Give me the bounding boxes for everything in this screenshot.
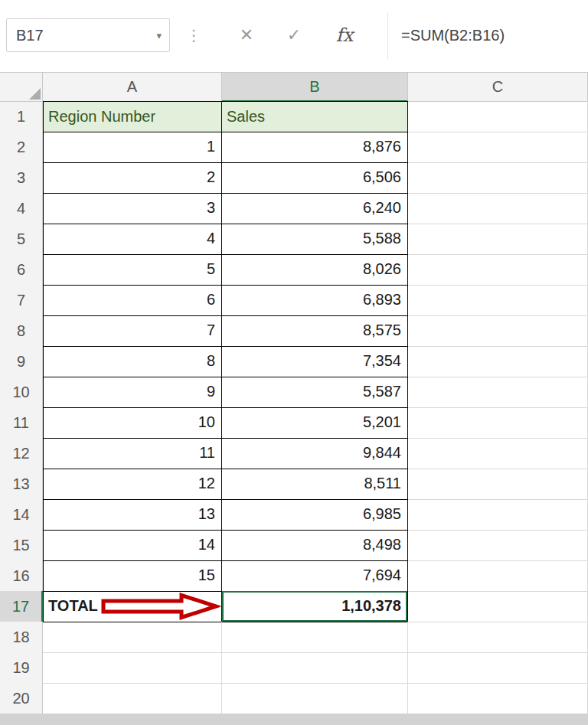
cell-C7[interactable] bbox=[408, 285, 588, 316]
cell-C8[interactable] bbox=[408, 315, 588, 347]
cell-C3[interactable] bbox=[408, 162, 588, 194]
row-header-8[interactable]: 8 bbox=[0, 315, 43, 347]
cell-C2[interactable] bbox=[408, 132, 588, 163]
row-header-14[interactable]: 14 bbox=[0, 499, 43, 531]
row-header-10[interactable]: 10 bbox=[0, 377, 43, 408]
cell-B3[interactable]: 6,506 bbox=[222, 162, 408, 194]
cell-A18[interactable] bbox=[43, 622, 222, 653]
row-header-15[interactable]: 15 bbox=[0, 530, 43, 561]
cell-A12[interactable]: 11 bbox=[43, 438, 222, 469]
cancel-icon[interactable]: ✕ bbox=[230, 18, 263, 52]
cell-A7[interactable]: 6 bbox=[43, 285, 222, 316]
cell-C5[interactable] bbox=[408, 224, 588, 255]
cell-C18[interactable] bbox=[408, 622, 588, 653]
cell-B5[interactable]: 5,588 bbox=[222, 224, 408, 255]
cell-A9[interactable]: 8 bbox=[43, 346, 222, 377]
row-header-11[interactable]: 11 bbox=[0, 407, 43, 439]
cell-A6[interactable]: 5 bbox=[43, 254, 222, 286]
row-header-7[interactable]: 7 bbox=[0, 285, 43, 316]
row-header-9[interactable]: 9 bbox=[0, 346, 43, 377]
cell-B19[interactable] bbox=[222, 652, 408, 684]
cell-C12[interactable] bbox=[408, 438, 588, 469]
row-15: 15148,498 bbox=[0, 530, 588, 560]
row-header-5[interactable]: 5 bbox=[0, 224, 43, 255]
cell-C4[interactable] bbox=[408, 193, 588, 224]
row-header-16[interactable]: 16 bbox=[0, 560, 43, 592]
cell-A5[interactable]: 4 bbox=[43, 224, 222, 255]
cell-C11[interactable] bbox=[408, 407, 588, 439]
row-header-1[interactable]: 1 bbox=[0, 101, 43, 132]
cell-A1[interactable]: Region Number bbox=[43, 101, 222, 132]
cell-A2[interactable]: 1 bbox=[43, 132, 222, 163]
cell-B18[interactable] bbox=[222, 622, 408, 653]
cell-C15[interactable] bbox=[408, 530, 588, 561]
cell-B11[interactable]: 5,201 bbox=[222, 407, 408, 439]
row-header-3[interactable]: 3 bbox=[0, 162, 43, 194]
cell-B16[interactable]: 7,694 bbox=[222, 560, 408, 592]
cell-A14[interactable]: 13 bbox=[43, 499, 222, 531]
row-19: 19 bbox=[0, 652, 588, 683]
cell-C14[interactable] bbox=[408, 499, 588, 531]
cell-C20[interactable] bbox=[408, 683, 588, 714]
row-header-17[interactable]: 17 bbox=[0, 591, 43, 622]
cell-C6[interactable] bbox=[408, 254, 588, 286]
cell-C13[interactable] bbox=[408, 469, 588, 500]
cell-A4[interactable]: 3 bbox=[43, 193, 222, 224]
cell-A16[interactable]: 15 bbox=[43, 560, 222, 592]
cell-B8[interactable]: 8,575 bbox=[222, 315, 408, 347]
cell-B2[interactable]: 8,876 bbox=[222, 132, 408, 163]
name-box-dropdown-icon[interactable]: ▾ bbox=[156, 30, 169, 41]
row-header-13[interactable]: 13 bbox=[0, 469, 43, 500]
enter-icon[interactable]: ✓ bbox=[277, 18, 311, 52]
cell-C17[interactable] bbox=[408, 591, 588, 622]
row-header-12[interactable]: 12 bbox=[0, 438, 43, 469]
cell-B12[interactable]: 9,844 bbox=[222, 438, 408, 469]
cell-B4[interactable]: 6,240 bbox=[222, 193, 408, 224]
column-header-B[interactable]: B bbox=[222, 72, 408, 102]
row-header-6[interactable]: 6 bbox=[0, 254, 43, 286]
formula-bar-separator bbox=[387, 12, 388, 60]
row-5: 545,588 bbox=[0, 224, 588, 254]
cell-B9[interactable]: 7,354 bbox=[222, 346, 408, 377]
insert-function-icon[interactable]: fx bbox=[328, 18, 361, 52]
row-header-2[interactable]: 2 bbox=[0, 132, 43, 163]
sheet-bottom-edge bbox=[0, 714, 588, 725]
row-header-19[interactable]: 19 bbox=[0, 652, 43, 684]
sheet-grid: ABC1Region NumberSales218,876326,506436,… bbox=[0, 72, 588, 714]
cell-A3[interactable]: 2 bbox=[43, 162, 222, 194]
red-arrow-shape[interactable] bbox=[100, 593, 220, 620]
cell-A8[interactable]: 7 bbox=[43, 315, 222, 347]
cell-B1[interactable]: Sales bbox=[222, 101, 408, 132]
name-box[interactable]: B17 ▾ bbox=[6, 18, 170, 52]
cell-C1[interactable] bbox=[408, 101, 588, 132]
cell-C9[interactable] bbox=[408, 346, 588, 377]
cell-B13[interactable]: 8,511 bbox=[222, 469, 408, 500]
row-9: 987,354 bbox=[0, 346, 588, 377]
cell-B17[interactable]: 1,10,378 bbox=[222, 591, 408, 622]
formula-bar-drag-handle-icon[interactable]: ⋮ bbox=[186, 18, 201, 52]
cell-A11[interactable]: 10 bbox=[43, 407, 222, 439]
row-18: 18 bbox=[0, 622, 588, 652]
cell-A15[interactable]: 14 bbox=[43, 530, 222, 561]
row-header-4[interactable]: 4 bbox=[0, 193, 43, 224]
cell-B15[interactable]: 8,498 bbox=[222, 530, 408, 561]
cell-C16[interactable] bbox=[408, 560, 588, 592]
cell-C10[interactable] bbox=[408, 377, 588, 408]
cell-B14[interactable]: 6,985 bbox=[222, 499, 408, 531]
cell-A13[interactable]: 12 bbox=[43, 469, 222, 500]
cell-A10[interactable]: 9 bbox=[43, 377, 222, 408]
cell-B10[interactable]: 5,587 bbox=[222, 377, 408, 408]
column-header-C[interactable]: C bbox=[408, 72, 588, 102]
row-header-20[interactable]: 20 bbox=[0, 683, 43, 714]
row-13: 13128,511 bbox=[0, 469, 588, 499]
cell-B6[interactable]: 8,026 bbox=[222, 254, 408, 286]
formula-input[interactable]: =SUM(B2:B16) bbox=[401, 18, 505, 52]
column-header-A[interactable]: A bbox=[43, 72, 222, 102]
cell-B20[interactable] bbox=[222, 683, 408, 714]
cell-A20[interactable] bbox=[43, 683, 222, 714]
cell-C19[interactable] bbox=[408, 652, 588, 684]
row-header-18[interactable]: 18 bbox=[0, 622, 43, 653]
select-all-button[interactable] bbox=[0, 72, 43, 102]
cell-A19[interactable] bbox=[43, 652, 222, 684]
cell-B7[interactable]: 6,893 bbox=[222, 285, 408, 316]
